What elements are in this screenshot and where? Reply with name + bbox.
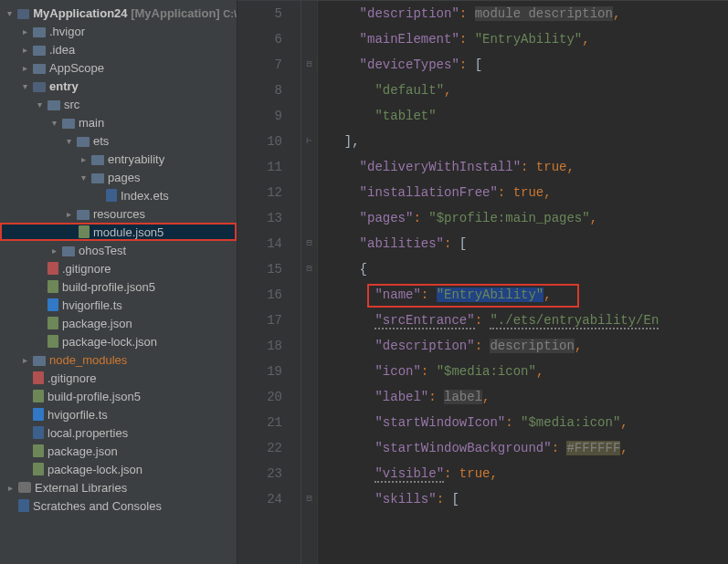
fold-mark[interactable] xyxy=(301,282,317,308)
code-line[interactable]: "tablet" xyxy=(329,103,728,129)
tree-item[interactable]: local.properties xyxy=(0,423,237,442)
file-icon xyxy=(33,371,44,384)
tree-item[interactable]: build-profile.json5 xyxy=(0,387,237,405)
tree-item[interactable]: main xyxy=(0,113,237,131)
expand-arrow-icon[interactable] xyxy=(18,26,31,37)
fold-mark[interactable] xyxy=(301,205,317,231)
expand-arrow-icon[interactable] xyxy=(77,172,90,183)
fold-mark[interactable] xyxy=(301,103,317,129)
expand-arrow-icon[interactable] xyxy=(4,8,16,18)
expand-arrow-icon[interactable] xyxy=(77,154,90,164)
expand-arrow-icon[interactable] xyxy=(18,81,31,91)
fold-mark[interactable] xyxy=(301,410,317,435)
tree-item[interactable]: Index.ets xyxy=(0,186,237,204)
fold-mark[interactable]: ⊟ xyxy=(301,52,317,78)
fold-mark[interactable] xyxy=(301,435,317,461)
tree-item-selected[interactable]: module.json5 xyxy=(0,223,237,241)
code-line[interactable]: "deviceTypes": [ xyxy=(329,52,728,78)
tree-item[interactable]: pages xyxy=(0,168,237,186)
expand-arrow-icon[interactable] xyxy=(62,136,75,146)
line-number: 20 xyxy=(237,384,282,410)
fold-mark[interactable] xyxy=(301,1,317,26)
tree-item[interactable]: MyApplication24 [MyApplication] C:\ xyxy=(0,4,237,22)
tree-item[interactable]: hvigorfile.ts xyxy=(0,296,237,314)
code-line[interactable]: "startWindowIcon": "$media:icon", xyxy=(329,410,728,435)
tree-item[interactable]: package.json xyxy=(0,442,237,460)
expand-arrow-icon[interactable] xyxy=(62,209,75,219)
tree-item-label: package-lock.json xyxy=(62,335,157,349)
tree-item[interactable]: build-profile.json5 xyxy=(0,277,237,296)
folder-icon xyxy=(77,137,90,147)
code-line[interactable]: "abilities": [ xyxy=(329,231,728,256)
code-line[interactable]: "label": label, xyxy=(329,384,728,410)
tree-item-label: build-profile.json5 xyxy=(47,390,141,403)
fold-mark[interactable] xyxy=(301,308,317,333)
tree-item[interactable]: package-lock.json xyxy=(0,460,237,478)
tree-item[interactable]: entryability xyxy=(0,150,237,168)
code-line[interactable]: "srcEntrance": "./ets/entryability/En xyxy=(329,308,728,333)
code-area[interactable]: "description": module description, "main… xyxy=(318,1,728,564)
fold-mark[interactable] xyxy=(301,461,317,486)
tree-item[interactable]: .hvigor xyxy=(0,22,237,40)
code-line[interactable]: "default", xyxy=(329,78,728,103)
tree-item[interactable]: .gitignore xyxy=(0,369,237,387)
expand-arrow-icon[interactable] xyxy=(4,483,16,493)
fold-column[interactable]: ⊟⊢⊟⊟⊟ xyxy=(301,1,318,564)
folder-icon xyxy=(62,246,75,256)
tree-item[interactable]: External Libraries xyxy=(0,478,237,496)
code-line[interactable]: "description": description, xyxy=(329,333,728,359)
code-line[interactable]: "startWindowBackground": #FFFFFF, xyxy=(329,435,728,461)
fold-mark[interactable]: ⊟ xyxy=(301,256,317,282)
fold-mark[interactable]: ⊢ xyxy=(301,129,317,154)
code-editor[interactable]: 56789101112131415161718192021222324 ⊟⊢⊟⊟… xyxy=(237,0,728,564)
expand-arrow-icon[interactable] xyxy=(47,118,60,128)
code-line[interactable]: "deliveryWithInstall": true, xyxy=(329,154,728,180)
tree-item[interactable]: package.json xyxy=(0,314,237,332)
expand-arrow-icon[interactable] xyxy=(18,45,31,55)
tree-item-label: hvigorfile.ts xyxy=(47,408,108,422)
expand-arrow-icon[interactable] xyxy=(18,63,31,73)
code-line[interactable]: "installationFree": true, xyxy=(329,180,728,205)
code-line[interactable]: "name": "EntryAbility", xyxy=(329,282,728,308)
fold-mark[interactable] xyxy=(301,26,317,52)
fold-mark[interactable] xyxy=(301,333,317,359)
fold-mark[interactable] xyxy=(301,154,317,180)
fold-mark[interactable]: ⊟ xyxy=(301,486,317,512)
code-line[interactable]: "icon": "$media:icon", xyxy=(329,359,728,384)
file-icon xyxy=(47,298,58,311)
file-icon xyxy=(79,225,90,238)
code-line[interactable]: ], xyxy=(329,129,728,154)
code-line[interactable]: "visible": true, xyxy=(329,461,728,486)
tree-item[interactable]: .gitignore xyxy=(0,259,237,277)
code-line[interactable]: "pages": "$profile:main_pages", xyxy=(329,205,728,231)
expand-arrow-icon[interactable] xyxy=(47,245,60,256)
tree-item[interactable]: entry xyxy=(0,77,237,95)
tree-item-label: ohosTest xyxy=(79,244,126,257)
file-icon xyxy=(18,499,29,512)
tree-item[interactable]: hvigorfile.ts xyxy=(0,405,237,423)
fold-mark[interactable] xyxy=(301,384,317,410)
tree-item[interactable]: node_modules xyxy=(0,350,237,369)
expand-arrow-icon[interactable] xyxy=(33,99,46,110)
fold-mark[interactable]: ⊟ xyxy=(301,231,317,256)
tree-item[interactable]: src xyxy=(0,95,237,113)
tree-item[interactable]: ets xyxy=(0,131,237,150)
tree-item[interactable]: AppScope xyxy=(0,58,237,77)
tree-item[interactable]: .idea xyxy=(0,40,237,58)
tree-item[interactable]: ohosTest xyxy=(0,241,237,259)
tree-item[interactable]: package-lock.json xyxy=(0,332,237,350)
fold-mark[interactable] xyxy=(301,78,317,103)
tree-item[interactable]: Scratches and Consoles xyxy=(0,496,237,515)
tree-item[interactable]: resources xyxy=(0,204,237,223)
project-tree[interactable]: MyApplication24 [MyApplication] C:\.hvig… xyxy=(0,0,237,564)
line-number: 19 xyxy=(237,359,282,384)
line-number: 8 xyxy=(237,78,282,103)
code-line[interactable]: "mainElement": "EntryAbility", xyxy=(329,26,728,52)
code-line[interactable]: "description": module description, xyxy=(329,1,728,26)
fold-mark[interactable] xyxy=(301,359,317,384)
fold-mark[interactable] xyxy=(301,180,317,205)
line-number: 21 xyxy=(237,410,282,435)
code-line[interactable]: { xyxy=(329,256,728,282)
code-line[interactable]: "skills": [ xyxy=(329,486,728,512)
expand-arrow-icon[interactable] xyxy=(18,355,31,365)
